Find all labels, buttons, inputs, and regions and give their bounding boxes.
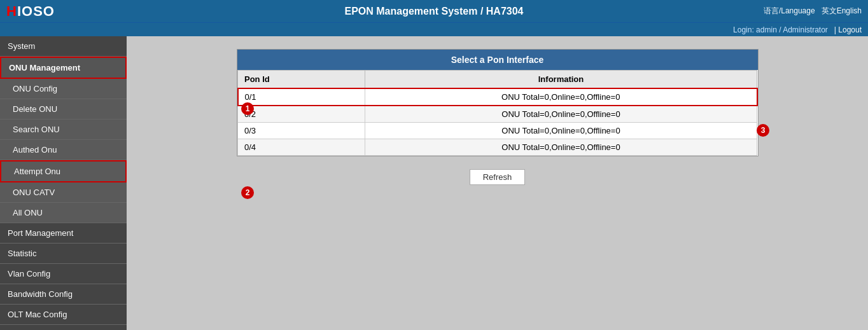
sidebar-item-port-aggregration[interactable]: Port Aggregration — [0, 325, 127, 330]
sidebar-item-onu-management[interactable]: ONU Management — [0, 57, 127, 79]
sidebar-item-onu-config[interactable]: ONU Config — [0, 79, 127, 99]
sidebar-item-statistic[interactable]: Statistic — [0, 244, 127, 264]
logo-red: H — [6, 3, 17, 19]
badge-1: 1 — [241, 102, 254, 115]
table-header-row: Pon Id Information — [238, 71, 757, 89]
logout-link[interactable]: | Logout — [834, 25, 862, 34]
sidebar-item-search-onu[interactable]: Search ONU — [0, 120, 127, 140]
header-bottom: Login: admin / Administrator | Logout — [0, 22, 868, 36]
info-cell: ONU Total=0,Online=0,Offline=0 — [365, 88, 757, 106]
badge-3: 3 — [757, 124, 769, 137]
sidebar: System ONU Management ONU Config Delete … — [0, 36, 127, 330]
content-area: 1 2 3 Select a Pon Interface Pon Id Info… — [127, 36, 868, 330]
login-info: Login: admin / Administrator — [733, 25, 828, 34]
info-cell: ONU Total=0,Online=0,Offline=0 — [365, 139, 757, 156]
main-layout: System ONU Management ONU Config Delete … — [0, 36, 868, 330]
sidebar-item-olt-mac-config[interactable]: OLT Mac Config — [0, 305, 127, 325]
pon-id-cell: 0/2 — [238, 106, 365, 123]
col-header-pon-id: Pon Id — [238, 71, 365, 89]
sidebar-item-port-management[interactable]: Port Management — [0, 223, 127, 244]
table-row[interactable]: 0/4 ONU Total=0,Online=0,Offline=0 — [238, 139, 757, 156]
language-value[interactable]: 英文English — [822, 6, 862, 17]
pon-table-title: Select a Pon Interface — [237, 50, 758, 70]
sidebar-item-bandwidth-config[interactable]: Bandwidth Config — [0, 284, 127, 305]
sidebar-item-authed-onu[interactable]: Authed Onu — [0, 140, 127, 160]
page-title: EPON Management System / HA7304 — [345, 6, 524, 17]
header-right: 语言/Language 英文English — [764, 6, 862, 17]
language-label[interactable]: 语言/Language — [764, 6, 815, 17]
pon-id-cell: 0/4 — [238, 139, 365, 156]
logo: HIOSO — [6, 3, 55, 20]
info-cell: ONU Total=0,Online=0,Offline=0 — [365, 123, 757, 139]
sidebar-item-vlan-config[interactable]: Vlan Config — [0, 264, 127, 284]
table-row[interactable]: 0/3 ONU Total=0,Online=0,Offline=0 — [238, 123, 757, 139]
info-cell: ONU Total=0,Online=0,Offline=0 — [365, 106, 757, 123]
refresh-area: Refresh — [139, 169, 855, 185]
pon-id-cell: 0/1 — [238, 88, 365, 106]
sidebar-item-system[interactable]: System — [0, 36, 127, 57]
sidebar-item-all-onu[interactable]: All ONU — [0, 203, 127, 223]
badge-2: 2 — [241, 186, 254, 199]
logo-text: HIOSO — [6, 3, 55, 20]
table-row[interactable]: 0/1 ONU Total=0,Online=0,Offline=0 — [238, 88, 757, 106]
refresh-button[interactable]: Refresh — [470, 169, 526, 185]
sidebar-item-onu-catv[interactable]: ONU CATV — [0, 182, 127, 203]
table-row[interactable]: 0/2 ONU Total=0,Online=0,Offline=0 — [238, 106, 757, 123]
col-header-information: Information — [365, 71, 757, 89]
pon-interface-container: Select a Pon Interface Pon Id Informatio… — [237, 49, 759, 156]
sidebar-item-delete-onu[interactable]: Delete ONU — [0, 99, 127, 120]
header-top: HIOSO EPON Management System / HA7304 语言… — [0, 0, 868, 22]
sidebar-item-attempt-onu[interactable]: Attempt Onu — [0, 160, 127, 182]
pon-id-cell: 0/3 — [238, 123, 365, 139]
pon-table: Pon Id Information 0/1 ONU Total=0,Onlin… — [237, 70, 758, 156]
